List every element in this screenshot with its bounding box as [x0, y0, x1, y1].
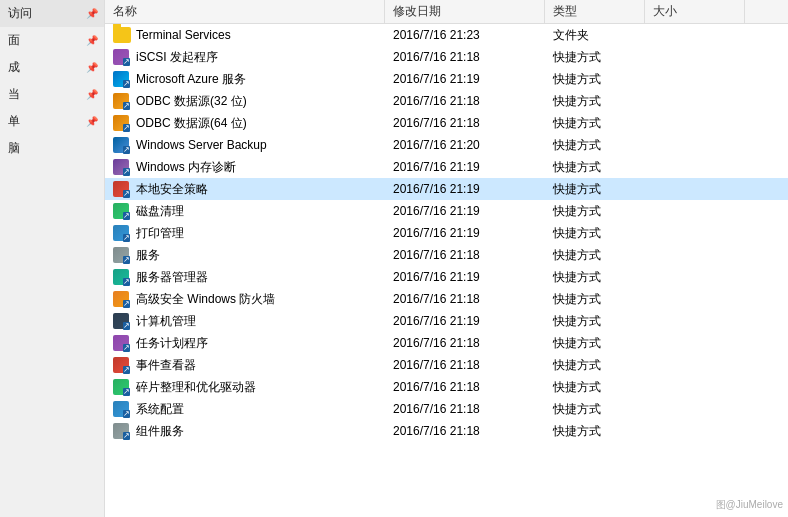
file-size — [645, 332, 745, 354]
file-type: 快捷方式 — [545, 376, 645, 398]
file-type: 文件夹 — [545, 24, 645, 46]
file-type: 快捷方式 — [545, 332, 645, 354]
security-icon — [113, 180, 131, 198]
firewall-icon — [113, 290, 131, 308]
file-type: 快捷方式 — [545, 222, 645, 244]
pin-icon: 📌 — [86, 35, 98, 46]
col-header-date[interactable]: 修改日期 — [385, 0, 545, 23]
task-icon — [113, 334, 131, 352]
iscsi-icon — [113, 48, 131, 66]
file-date: 2016/7/16 21:19 — [385, 222, 545, 244]
services-icon — [113, 422, 131, 440]
file-name: 组件服务 — [105, 420, 385, 442]
table-row[interactable]: 本地安全策略 2016/7/16 21:19 快捷方式 — [105, 178, 788, 200]
table-row[interactable]: 高级安全 Windows 防火墙 2016/7/16 21:18 快捷方式 — [105, 288, 788, 310]
sysconfig-icon — [113, 400, 131, 418]
file-size — [645, 178, 745, 200]
file-date: 2016/7/16 21:19 — [385, 310, 545, 332]
file-list: Terminal Services 2016/7/16 21:23 文件夹 iS… — [105, 24, 788, 517]
table-row[interactable]: ODBC 数据源(32 位) 2016/7/16 21:18 快捷方式 — [105, 90, 788, 112]
file-date: 2016/7/16 21:18 — [385, 288, 545, 310]
defrag-icon — [113, 378, 131, 396]
file-name: 服务 — [105, 244, 385, 266]
table-row[interactable]: 任务计划程序 2016/7/16 21:18 快捷方式 — [105, 332, 788, 354]
table-row[interactable]: 服务 2016/7/16 21:18 快捷方式 — [105, 244, 788, 266]
services-icon — [113, 246, 131, 264]
file-type: 快捷方式 — [545, 134, 645, 156]
sidebar-item[interactable]: 单📌 — [0, 108, 104, 135]
file-size — [645, 420, 745, 442]
file-date: 2016/7/16 21:18 — [385, 332, 545, 354]
file-size — [645, 222, 745, 244]
file-size — [645, 310, 745, 332]
pin-icon: 📌 — [86, 62, 98, 73]
file-size — [645, 200, 745, 222]
file-size — [645, 354, 745, 376]
azure-icon — [113, 70, 131, 88]
file-name: ODBC 数据源(64 位) — [105, 112, 385, 134]
file-date: 2016/7/16 21:18 — [385, 112, 545, 134]
file-date: 2016/7/16 21:19 — [385, 200, 545, 222]
table-row[interactable]: 系统配置 2016/7/16 21:18 快捷方式 — [105, 398, 788, 420]
table-row[interactable]: 磁盘清理 2016/7/16 21:19 快捷方式 — [105, 200, 788, 222]
table-row[interactable]: iSCSI 发起程序 2016/7/16 21:18 快捷方式 — [105, 46, 788, 68]
table-row[interactable]: Terminal Services 2016/7/16 21:23 文件夹 — [105, 24, 788, 46]
table-row[interactable]: 事件查看器 2016/7/16 21:18 快捷方式 — [105, 354, 788, 376]
file-type: 快捷方式 — [545, 420, 645, 442]
sidebar-item[interactable]: 访问📌 — [0, 0, 104, 27]
file-name: Windows Server Backup — [105, 134, 385, 156]
column-header: 名称 修改日期 类型 大小 — [105, 0, 788, 24]
folder-icon — [113, 26, 131, 44]
file-date: 2016/7/16 21:19 — [385, 266, 545, 288]
pin-icon: 📌 — [86, 116, 98, 127]
computer-icon — [113, 312, 131, 330]
col-header-type[interactable]: 类型 — [545, 0, 645, 23]
file-date: 2016/7/16 21:19 — [385, 178, 545, 200]
file-type: 快捷方式 — [545, 46, 645, 68]
sidebar-item[interactable]: 面📌 — [0, 27, 104, 54]
file-type: 快捷方式 — [545, 354, 645, 376]
file-date: 2016/7/16 21:18 — [385, 244, 545, 266]
wmem-icon — [113, 158, 131, 176]
file-size — [645, 288, 745, 310]
col-header-name[interactable]: 名称 — [105, 0, 385, 23]
file-size — [645, 156, 745, 178]
file-name: ODBC 数据源(32 位) — [105, 90, 385, 112]
print-icon — [113, 224, 131, 242]
table-row[interactable]: Microsoft Azure 服务 2016/7/16 21:19 快捷方式 — [105, 68, 788, 90]
table-row[interactable]: 计算机管理 2016/7/16 21:19 快捷方式 — [105, 310, 788, 332]
sidebar-item[interactable]: 当📌 — [0, 81, 104, 108]
file-name: 系统配置 — [105, 398, 385, 420]
file-name: 任务计划程序 — [105, 332, 385, 354]
file-name: 磁盘清理 — [105, 200, 385, 222]
file-type: 快捷方式 — [545, 266, 645, 288]
file-date: 2016/7/16 21:23 — [385, 24, 545, 46]
col-header-size[interactable]: 大小 — [645, 0, 745, 23]
file-size — [645, 134, 745, 156]
table-row[interactable]: Windows Server Backup 2016/7/16 21:20 快捷… — [105, 134, 788, 156]
event-icon — [113, 356, 131, 374]
table-row[interactable]: 打印管理 2016/7/16 21:19 快捷方式 — [105, 222, 788, 244]
watermark: 图@JiuMeilove — [716, 498, 783, 512]
sidebar-item[interactable]: 脑 — [0, 135, 104, 162]
main-content: 名称 修改日期 类型 大小 Terminal Services 2016/7/1… — [105, 0, 788, 517]
odbc-icon — [113, 92, 131, 110]
file-size — [645, 24, 745, 46]
file-name: 碎片整理和优化驱动器 — [105, 376, 385, 398]
table-row[interactable]: 组件服务 2016/7/16 21:18 快捷方式 — [105, 420, 788, 442]
table-row[interactable]: 服务器管理器 2016/7/16 21:19 快捷方式 — [105, 266, 788, 288]
file-date: 2016/7/16 21:19 — [385, 68, 545, 90]
file-name: 本地安全策略 — [105, 178, 385, 200]
file-type: 快捷方式 — [545, 200, 645, 222]
table-row[interactable]: Windows 内存诊断 2016/7/16 21:19 快捷方式 — [105, 156, 788, 178]
file-type: 快捷方式 — [545, 90, 645, 112]
table-row[interactable]: ODBC 数据源(64 位) 2016/7/16 21:18 快捷方式 — [105, 112, 788, 134]
file-date: 2016/7/16 21:18 — [385, 376, 545, 398]
sidebar-item[interactable]: 成📌 — [0, 54, 104, 81]
table-row[interactable]: 碎片整理和优化驱动器 2016/7/16 21:18 快捷方式 — [105, 376, 788, 398]
file-type: 快捷方式 — [545, 178, 645, 200]
file-date: 2016/7/16 21:19 — [385, 156, 545, 178]
file-date: 2016/7/16 21:20 — [385, 134, 545, 156]
disk-icon — [113, 202, 131, 220]
file-size — [645, 90, 745, 112]
